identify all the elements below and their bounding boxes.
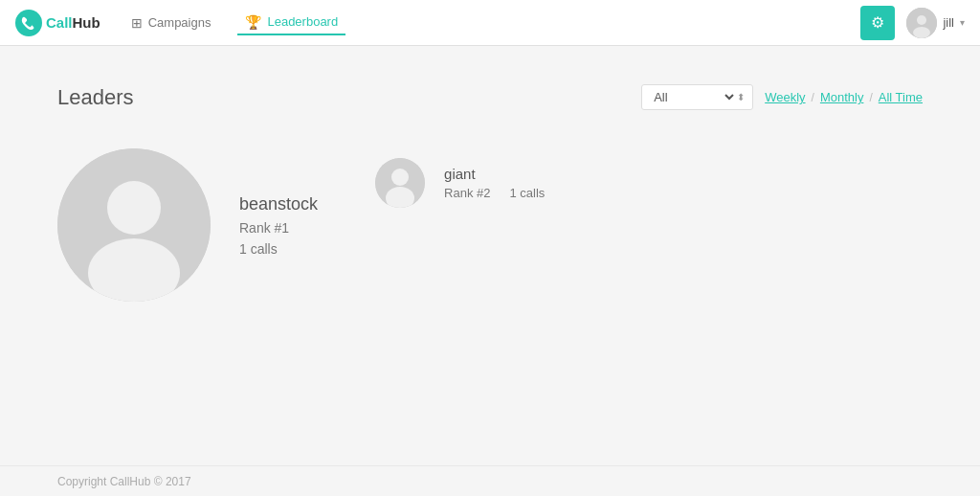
campaigns-icon: ⊞ bbox=[131, 15, 143, 31]
settings-button[interactable]: ⚙ bbox=[860, 6, 895, 40]
leader-info-rank1: beanstock Rank #1 1 calls bbox=[239, 194, 318, 257]
svg-point-7 bbox=[391, 169, 409, 186]
campaign-select[interactable]: All Campaign 1 Campaign 2 bbox=[650, 89, 737, 105]
filter-monthly[interactable]: Monthly bbox=[820, 90, 864, 104]
leader-meta-rank2: Rank #2 1 calls bbox=[444, 186, 545, 200]
svg-point-4 bbox=[107, 181, 161, 235]
svg-point-1 bbox=[917, 15, 926, 25]
header: CallHub ⊞ Campaigns 🏆 Leaderboard ⚙ jill… bbox=[0, 0, 980, 46]
leader-calls-rank1: 1 calls bbox=[239, 241, 318, 257]
page-title: Leaders bbox=[57, 85, 134, 110]
avatar-rank2 bbox=[375, 158, 425, 208]
nav-leaderboard[interactable]: 🏆 Leaderboard bbox=[237, 11, 345, 35]
filter-alltime[interactable]: All Time bbox=[879, 90, 923, 104]
leader-card-rank2: giant Rank #2 1 calls bbox=[375, 158, 545, 208]
leader-info-rank2: giant Rank #2 1 calls bbox=[444, 166, 545, 200]
footer: Copyright CallHub © 2017 bbox=[0, 465, 980, 496]
leader-rank-rank2: Rank #2 bbox=[444, 186, 490, 200]
leader-name-rank2: giant bbox=[444, 166, 545, 182]
user-menu[interactable]: jill ▾ bbox=[906, 8, 965, 38]
separator-2: / bbox=[869, 91, 872, 104]
leader-card-rank1: beanstock Rank #1 1 calls bbox=[57, 148, 318, 302]
select-caret-icon: ⬍ bbox=[737, 92, 745, 102]
logo[interactable]: CallHub bbox=[15, 10, 100, 36]
svg-point-2 bbox=[913, 27, 930, 38]
nav-campaigns[interactable]: ⊞ Campaigns bbox=[123, 11, 219, 34]
settings-icon: ⚙ bbox=[871, 13, 884, 32]
leader-calls-rank2: 1 calls bbox=[509, 186, 545, 200]
time-filters: Weekly / Monthly / All Time bbox=[765, 90, 923, 104]
user-name: jill bbox=[943, 15, 954, 30]
leaderboard-icon: 🏆 bbox=[245, 14, 261, 30]
filters: All Campaign 1 Campaign 2 ⬍ Weekly / Mon… bbox=[641, 84, 923, 110]
nav-leaderboard-label: Leaderboard bbox=[267, 14, 338, 29]
page-header: Leaders All Campaign 1 Campaign 2 ⬍ Week… bbox=[57, 84, 923, 110]
leader-name-rank1: beanstock bbox=[239, 194, 318, 214]
footer-text: Copyright CallHub © 2017 bbox=[57, 475, 191, 488]
campaign-filter[interactable]: All Campaign 1 Campaign 2 ⬍ bbox=[641, 84, 753, 110]
logo-icon bbox=[15, 10, 42, 36]
header-right: ⚙ jill ▾ bbox=[860, 6, 965, 40]
main-nav: ⊞ Campaigns 🏆 Leaderboard bbox=[123, 11, 838, 35]
leader-rank-rank1: Rank #1 bbox=[239, 220, 318, 236]
separator-1: / bbox=[812, 91, 814, 104]
nav-campaigns-label: Campaigns bbox=[148, 15, 212, 30]
main-content: Leaders All Campaign 1 Campaign 2 ⬍ Week… bbox=[0, 46, 980, 465]
logo-text: CallHub bbox=[46, 14, 100, 31]
avatar bbox=[906, 8, 937, 38]
filter-weekly[interactable]: Weekly bbox=[765, 90, 805, 104]
user-caret-icon: ▾ bbox=[960, 17, 965, 28]
leaders-grid: beanstock Rank #1 1 calls giant Rank #2 … bbox=[57, 148, 923, 302]
avatar-rank1 bbox=[57, 148, 211, 302]
